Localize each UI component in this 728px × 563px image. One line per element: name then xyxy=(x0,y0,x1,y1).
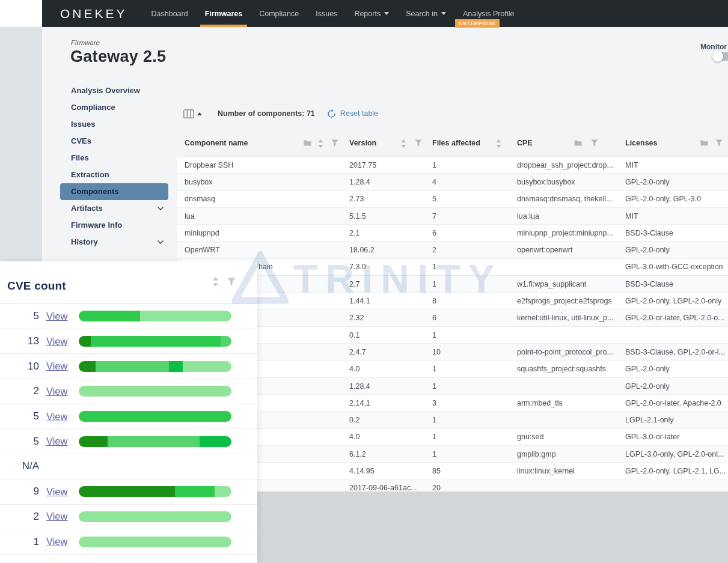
sidebar-item-label: Firmware Info xyxy=(71,221,122,230)
column-header-cpe: CPE xyxy=(517,139,533,147)
table-row[interactable]: 4.01gnu:sedGPL-3.0-or-later xyxy=(177,428,728,445)
sort-icon[interactable] xyxy=(212,277,219,287)
cve-count-value: N/A xyxy=(16,460,39,472)
table-row[interactable]: hain7.3.01GPL-3.0-with-GCC-exception xyxy=(177,258,728,275)
table-row[interactable]: 1.44.18e2fsprogs_project:e2fsprogsGPL-2.… xyxy=(177,292,728,309)
table-toolbar: Number of components: 71 Reset table xyxy=(177,105,728,123)
table-row[interactable]: 2.14.13arm:mbed_tlsGPL-2.0-or-later, Apa… xyxy=(177,394,728,411)
cell-licenses: GPL-2.0-only xyxy=(625,365,727,373)
sidebar-item-components[interactable]: Components xyxy=(60,183,168,200)
view-link[interactable]: View xyxy=(46,386,70,397)
sidebar-item-analysis-overview[interactable]: Analysis Overview xyxy=(60,82,168,99)
cell-licenses: GPL-2.0-only, GPL-3.0 xyxy=(625,195,727,203)
nav-item-compliance[interactable]: Compliance xyxy=(251,0,307,27)
folder-icon[interactable] xyxy=(700,139,708,146)
cell-files: 1 xyxy=(432,263,510,271)
view-link[interactable]: View xyxy=(46,311,70,322)
view-link[interactable]: View xyxy=(46,336,70,347)
onekey-logo[interactable]: ONEKEY xyxy=(60,7,127,21)
sidebar-item-issues[interactable]: Issues xyxy=(60,116,168,133)
sidebar-item-label: Extraction xyxy=(71,170,109,179)
sidebar-item-files[interactable]: Files xyxy=(60,150,168,166)
cve-count-value: 5 xyxy=(16,436,39,448)
nav-item-dashboard[interactable]: Dashboard xyxy=(143,0,197,27)
sidebar-item-cves[interactable]: CVEs xyxy=(60,133,168,150)
nav-item-issues[interactable]: Issues xyxy=(307,0,346,27)
cve-severity-bar xyxy=(79,411,231,422)
view-link[interactable]: View xyxy=(46,436,70,447)
cell-licenses: BSD-3-Clause xyxy=(625,280,727,288)
table-row[interactable]: miniupnpd2.16miniupnp_project:miniupnp..… xyxy=(177,224,728,241)
bottom-gray-area xyxy=(257,491,728,563)
view-link[interactable]: View xyxy=(46,486,70,498)
sort-icon[interactable] xyxy=(318,139,323,148)
sort-icon[interactable] xyxy=(401,139,406,148)
chevron-down-icon xyxy=(158,240,164,244)
filter-icon[interactable] xyxy=(715,139,723,147)
cell-version: 0.1 xyxy=(349,331,427,339)
view-link[interactable]: View xyxy=(46,536,70,547)
cell-version: 4.0 xyxy=(349,433,427,441)
nav-item-search-in[interactable]: Search in xyxy=(397,0,454,27)
filter-icon[interactable] xyxy=(591,139,598,147)
cell-name: dnsmasq xyxy=(185,195,342,203)
cve-severity-bar xyxy=(79,486,231,497)
cell-licenses: LGPL-3.0-only, GPL-2.0-onl... xyxy=(625,450,727,458)
table-row[interactable]: 0.11 xyxy=(177,326,728,343)
folder-icon[interactable] xyxy=(304,139,311,146)
cell-files: 5 xyxy=(432,195,510,203)
nav-item-reports[interactable]: Reports xyxy=(346,0,397,27)
table-row[interactable]: Dropbear SSH2017.751dropbear_ssh_project… xyxy=(177,156,728,173)
monitor-label: Monitor xyxy=(700,43,727,51)
sidebar-item-extraction[interactable]: Extraction xyxy=(60,166,168,183)
table-row[interactable]: 4.14.9585linux:linux_kernelGPL-2.0-only,… xyxy=(177,462,728,479)
table-row[interactable]: lua5.1.57lua:luaMIT xyxy=(177,207,728,224)
bar-segment-light xyxy=(79,537,231,547)
table-row[interactable]: dnsmasq2.735dnsmasq:dnsmasq, thekell...G… xyxy=(177,190,728,207)
folder-icon[interactable] xyxy=(574,139,582,146)
bar-segment-bright xyxy=(169,361,183,372)
cell-version: 1.28.4 xyxy=(349,382,427,391)
column-settings-button[interactable] xyxy=(183,109,202,118)
cve-count-value: 13 xyxy=(16,335,39,347)
filter-icon[interactable] xyxy=(227,278,236,286)
chevron-down-icon xyxy=(158,207,164,210)
cell-cpe: e2fsprogs_project:e2fsprogs xyxy=(517,297,622,305)
sidebar-item-history[interactable]: History xyxy=(60,234,168,251)
table-row[interactable]: 0.21LGPL-2.1-only xyxy=(177,411,728,428)
filter-icon[interactable] xyxy=(415,139,422,147)
bar-segment-light xyxy=(79,511,231,522)
reset-table-button[interactable]: Reset table xyxy=(327,109,378,118)
table-row[interactable]: 4.01squashfs_project:squashfsGPL-2.0-onl… xyxy=(177,361,728,377)
table-row[interactable]: 2.4.710point-to-point_protocol_pro...BSD… xyxy=(177,343,728,360)
nav-item-label: Compliance xyxy=(259,10,299,18)
bar-segment-mid xyxy=(79,311,140,321)
cell-cpe: lua:lua xyxy=(517,212,622,221)
filter-icon[interactable] xyxy=(331,139,338,147)
view-link[interactable]: View xyxy=(46,361,70,372)
table-row[interactable]: OpenWRT18.06.22openwrt:openwrtGPL-2.0-on… xyxy=(177,241,728,258)
view-link[interactable]: View xyxy=(46,511,70,522)
sidebar-item-compliance[interactable]: Compliance xyxy=(60,99,168,116)
cell-licenses: GPL-2.0-only xyxy=(625,178,727,186)
table-row[interactable]: 6.1.21gmplib:gmpLGPL-3.0-only, GPL-2.0-o… xyxy=(177,445,728,462)
table-row[interactable]: busybox1.28.44busybox:busyboxGPL-2.0-onl… xyxy=(177,173,728,190)
nav-item-firmwares[interactable]: Firmwares xyxy=(197,0,251,27)
cell-version: 2.7 xyxy=(349,280,427,288)
table-row[interactable]: 1.28.41GPL-2.0-only xyxy=(177,377,728,394)
sidebar-item-artifacts[interactable]: Artifacts xyxy=(60,200,168,217)
cell-files: 1 xyxy=(432,331,510,339)
table-header-row: Component nameVersionFiles affectedCPELi… xyxy=(177,131,728,156)
cell-files: 6 xyxy=(432,314,510,322)
table-row[interactable]: 2.326kernel:util-linux, util-linux_p...G… xyxy=(177,309,728,326)
sort-icon[interactable] xyxy=(496,139,501,148)
cve-count-value: 2 xyxy=(16,511,39,523)
sidebar-item-firmware-info[interactable]: Firmware Info xyxy=(60,217,168,234)
cell-licenses: BSD-3-Clause, GPL-2.0-or-l... xyxy=(625,348,727,356)
cell-version: 18.06.2 xyxy=(349,246,427,254)
view-link[interactable]: View xyxy=(46,411,70,422)
monitor-toggle[interactable] xyxy=(714,52,728,61)
cve-row: 2View xyxy=(0,505,257,530)
cell-files: 6 xyxy=(432,229,510,237)
table-row[interactable]: 2.71w1.fi:wpa_supplicantBSD-3-Clause xyxy=(177,275,728,292)
